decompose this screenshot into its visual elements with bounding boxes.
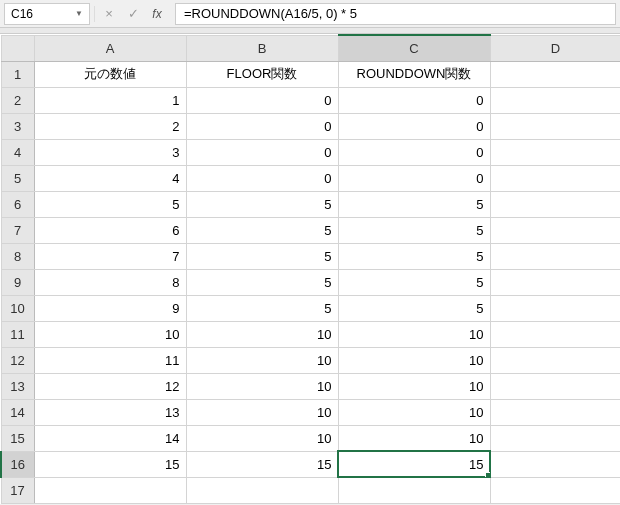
cell[interactable]: 10	[338, 425, 490, 451]
cell[interactable]	[490, 321, 620, 347]
column-header-B[interactable]: B	[186, 35, 338, 61]
row-header-12[interactable]: 12	[1, 347, 34, 373]
cell[interactable]: 8	[34, 269, 186, 295]
row-header-16[interactable]: 16	[1, 451, 34, 477]
row-header-13[interactable]: 13	[1, 373, 34, 399]
cell[interactable]: 10	[186, 399, 338, 425]
cell[interactable]: 11	[34, 347, 186, 373]
cell[interactable]: 元の数値	[34, 61, 186, 87]
cell[interactable]	[490, 113, 620, 139]
row-header-14[interactable]: 14	[1, 399, 34, 425]
row-header-17[interactable]: 17	[1, 477, 34, 503]
cell[interactable]: 5	[186, 217, 338, 243]
select-all-corner[interactable]	[1, 35, 34, 61]
cancel-icon[interactable]: ×	[101, 6, 117, 22]
cell[interactable]: 15	[186, 451, 338, 477]
row-header-9[interactable]: 9	[1, 269, 34, 295]
cell[interactable]: 0	[186, 87, 338, 113]
cell[interactable]: 0	[338, 139, 490, 165]
row-header-1[interactable]: 1	[1, 61, 34, 87]
row-header-2[interactable]: 2	[1, 87, 34, 113]
cell[interactable]: 0	[186, 165, 338, 191]
cell[interactable]: 5	[186, 191, 338, 217]
cell[interactable]	[490, 243, 620, 269]
cell[interactable]: 15	[338, 451, 490, 477]
name-box[interactable]: C16 ▼	[4, 3, 90, 25]
formula-input[interactable]: =ROUNDDOWN(A16/5, 0) * 5	[175, 3, 616, 25]
row-header-5[interactable]: 5	[1, 165, 34, 191]
column-header-D[interactable]: D	[490, 35, 620, 61]
cell[interactable]: 5	[34, 191, 186, 217]
cell[interactable]: 10	[338, 373, 490, 399]
cell[interactable]	[490, 373, 620, 399]
cell[interactable]: 5	[338, 243, 490, 269]
cell[interactable]: 3	[34, 139, 186, 165]
cell[interactable]: ROUNDDOWN関数	[338, 61, 490, 87]
cell[interactable]: 0	[186, 139, 338, 165]
cell[interactable]: 0	[338, 113, 490, 139]
cell[interactable]: 7	[34, 243, 186, 269]
table-row: 9855	[1, 269, 620, 295]
cell[interactable]: 9	[34, 295, 186, 321]
cell[interactable]: 5	[338, 295, 490, 321]
row-header-8[interactable]: 8	[1, 243, 34, 269]
row-header-15[interactable]: 15	[1, 425, 34, 451]
cell[interactable]: 5	[186, 295, 338, 321]
cell[interactable]	[490, 165, 620, 191]
cell[interactable]	[490, 139, 620, 165]
cell[interactable]	[490, 217, 620, 243]
cell[interactable]	[338, 477, 490, 503]
cell[interactable]	[490, 87, 620, 113]
cell[interactable]	[490, 295, 620, 321]
cell[interactable]	[490, 451, 620, 477]
cell[interactable]: 10	[186, 425, 338, 451]
cell[interactable]	[490, 191, 620, 217]
cell[interactable]: 2	[34, 113, 186, 139]
row-header-7[interactable]: 7	[1, 217, 34, 243]
column-header-A[interactable]: A	[34, 35, 186, 61]
cell[interactable]: 12	[34, 373, 186, 399]
cell[interactable]	[34, 477, 186, 503]
cell[interactable]: 0	[338, 87, 490, 113]
cell[interactable]	[186, 477, 338, 503]
cell[interactable]: 5	[186, 269, 338, 295]
cell[interactable]	[490, 347, 620, 373]
cell[interactable]: 14	[34, 425, 186, 451]
cell[interactable]: 5	[338, 217, 490, 243]
cell[interactable]: 13	[34, 399, 186, 425]
cell[interactable]: 4	[34, 165, 186, 191]
cell[interactable]: 0	[338, 165, 490, 191]
cell[interactable]: 15	[34, 451, 186, 477]
row-header-3[interactable]: 3	[1, 113, 34, 139]
cell[interactable]: 10	[34, 321, 186, 347]
column-header-C[interactable]: C	[338, 35, 490, 61]
fx-icon[interactable]: fx	[149, 6, 165, 22]
cell[interactable]	[490, 269, 620, 295]
cell[interactable]: FLOOR関数	[186, 61, 338, 87]
cell[interactable]	[490, 61, 620, 87]
cell[interactable]: 5	[186, 243, 338, 269]
cell[interactable]: 5	[338, 269, 490, 295]
cell[interactable]: 10	[186, 347, 338, 373]
cell[interactable]	[490, 477, 620, 503]
cell[interactable]	[490, 425, 620, 451]
table-row: 2100	[1, 87, 620, 113]
cell[interactable]	[490, 399, 620, 425]
grid-body: 1元の数値FLOOR関数ROUNDDOWN関数21003200430054006…	[1, 61, 620, 503]
confirm-icon[interactable]: ✓	[125, 6, 141, 22]
cell[interactable]: 1	[34, 87, 186, 113]
cell[interactable]: 0	[186, 113, 338, 139]
row-header-11[interactable]: 11	[1, 321, 34, 347]
cell[interactable]: 10	[338, 347, 490, 373]
cell[interactable]: 10	[186, 321, 338, 347]
cell[interactable]: 10	[338, 399, 490, 425]
table-row: 13121010	[1, 373, 620, 399]
row-header-4[interactable]: 4	[1, 139, 34, 165]
table-row: 11101010	[1, 321, 620, 347]
row-header-6[interactable]: 6	[1, 191, 34, 217]
cell[interactable]: 5	[338, 191, 490, 217]
cell[interactable]: 10	[186, 373, 338, 399]
row-header-10[interactable]: 10	[1, 295, 34, 321]
cell[interactable]: 6	[34, 217, 186, 243]
cell[interactable]: 10	[338, 321, 490, 347]
